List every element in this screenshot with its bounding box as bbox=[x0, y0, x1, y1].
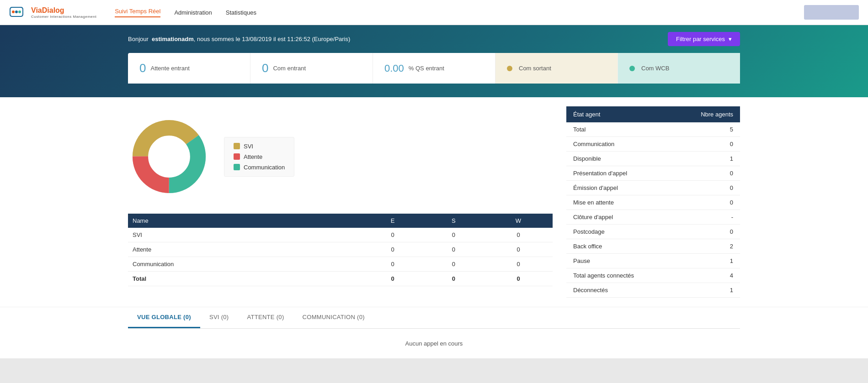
chart-area: SVI Attente Communication bbox=[128, 106, 553, 207]
table-row: Clôture d'appel - bbox=[566, 210, 740, 225]
filter-services-button[interactable]: Filtrer par services ▾ bbox=[668, 32, 740, 46]
stat-com-wcb: Com WCB bbox=[618, 53, 740, 84]
col-w: W bbox=[484, 214, 553, 228]
table-row: Attente 0 0 0 bbox=[128, 242, 553, 257]
donut-svg bbox=[128, 115, 210, 198]
stat-attente-entrant: 0 Attente entrant bbox=[128, 53, 250, 84]
tabs-section: VUE GLOBALE (0)SVI (0)ATTENTE (0)COMMUNI… bbox=[0, 307, 868, 358]
tab-item[interactable]: VUE GLOBALE (0) bbox=[128, 307, 200, 328]
content-grid: SVI Attente Communication Name bbox=[128, 106, 740, 298]
col-s: S bbox=[423, 214, 484, 228]
table-row: Pause 1 bbox=[566, 254, 740, 268]
table-row: Postcodage 0 bbox=[566, 225, 740, 239]
svg-point-2 bbox=[12, 10, 15, 13]
tab-item[interactable]: ATTENTE (0) bbox=[238, 307, 293, 328]
table-row: Mise en attente 0 bbox=[566, 195, 740, 210]
stat-com-entrant: 0 Com entrant bbox=[250, 53, 373, 84]
stat-com-sortant: Com sortant bbox=[495, 53, 618, 84]
attente-entrant-label: Attente entrant bbox=[150, 65, 189, 72]
row-e: 0 bbox=[362, 272, 423, 286]
agent-table-header-row: État agent Nbre agents bbox=[566, 106, 740, 122]
small-table-header-row: Name E S W bbox=[128, 214, 553, 228]
agent-col-value: Nbre agents bbox=[674, 106, 740, 122]
com-sortant-dot bbox=[507, 66, 512, 71]
com-entrant-value: 0 bbox=[262, 61, 268, 75]
main-content: SVI Attente Communication Name bbox=[0, 97, 868, 307]
small-data-table: Name E S W SVI 0 0 0 Attente 0 0 0 Commu… bbox=[128, 214, 553, 286]
table-row: Total 0 0 0 bbox=[128, 272, 553, 286]
row-name: SVI bbox=[128, 228, 362, 242]
row-e: 0 bbox=[362, 257, 423, 272]
com-wcb-label: Com WCB bbox=[641, 65, 669, 72]
tab-item[interactable]: COMMUNICATION (0) bbox=[293, 307, 374, 328]
row-name: Communication bbox=[128, 257, 362, 272]
chevron-down-icon: ▾ bbox=[729, 36, 732, 42]
agent-row-value: 0 bbox=[674, 225, 740, 239]
com-entrant-label: Com entrant bbox=[273, 65, 306, 72]
app-header: ViaDialog Customer Interactions Manageme… bbox=[0, 0, 868, 25]
qs-entrant-label: % QS entrant bbox=[409, 65, 444, 72]
agent-row-label: Back office bbox=[566, 239, 674, 254]
agent-row-label: Pause bbox=[566, 254, 674, 268]
row-w: 0 bbox=[484, 228, 553, 242]
agent-row-label: Présentation d'appel bbox=[566, 166, 674, 181]
row-w: 0 bbox=[484, 272, 553, 286]
greeting-text: Bonjour estimationadm, nous sommes le 13… bbox=[128, 36, 350, 42]
row-e: 0 bbox=[362, 228, 423, 242]
nav-statistiques[interactable]: Statistiques bbox=[226, 9, 256, 16]
row-name: Total bbox=[128, 272, 362, 286]
agent-row-value: 1 bbox=[674, 254, 740, 268]
nav-administration[interactable]: Administration bbox=[174, 9, 212, 16]
agent-row-label: Émission d'appel bbox=[566, 181, 674, 195]
com-wcb-dot bbox=[629, 66, 635, 71]
row-w: 0 bbox=[484, 242, 553, 257]
table-row: Déconnectés 1 bbox=[566, 283, 740, 298]
row-name: Attente bbox=[128, 242, 362, 257]
chart-legend: SVI Attente Communication bbox=[224, 137, 294, 177]
agent-row-value: 5 bbox=[674, 122, 740, 137]
page-banner: Bonjour estimationadm, nous sommes le 13… bbox=[0, 25, 868, 97]
nav-suivi[interactable]: Suivi Temps Réel bbox=[115, 8, 160, 17]
table-row: Présentation d'appel 0 bbox=[566, 166, 740, 181]
table-row: Communication 0 bbox=[566, 137, 740, 152]
main-nav: Suivi Temps Réel Administration Statisti… bbox=[115, 8, 256, 17]
tab-item[interactable]: SVI (0) bbox=[200, 307, 238, 328]
agent-row-value: 2 bbox=[674, 239, 740, 254]
agent-row-value: 1 bbox=[674, 283, 740, 298]
agent-table: État agent Nbre agents Total 5 Communica… bbox=[566, 106, 740, 298]
svg-point-9 bbox=[149, 136, 190, 177]
com-sortant-label: Com sortant bbox=[519, 65, 551, 72]
agent-row-value: 0 bbox=[674, 166, 740, 181]
col-name: Name bbox=[128, 214, 362, 228]
legend-communication: Communication bbox=[234, 164, 285, 171]
agent-col-label: État agent bbox=[566, 106, 674, 122]
legend-svi-label: SVI bbox=[244, 143, 253, 150]
stat-qs-entrant: 0.00 % QS entrant bbox=[373, 53, 495, 84]
agent-row-value: 1 bbox=[674, 152, 740, 166]
legend-communication-color bbox=[234, 164, 240, 170]
left-panel: SVI Attente Communication Name bbox=[128, 106, 553, 298]
agent-row-label: Clôture d'appel bbox=[566, 210, 674, 225]
table-row: Communication 0 0 0 bbox=[128, 257, 553, 272]
table-row: Disponible 1 bbox=[566, 152, 740, 166]
agent-row-value: 0 bbox=[674, 181, 740, 195]
banner-top: Bonjour estimationadm, nous sommes le 13… bbox=[128, 32, 740, 46]
logo-text: ViaDialog bbox=[31, 6, 64, 14]
agent-row-value: 0 bbox=[674, 195, 740, 210]
agent-table-body: Total 5 Communication 0 Disponible 1 Pré… bbox=[566, 122, 740, 298]
row-s: 0 bbox=[423, 257, 484, 272]
legend-svi: SVI bbox=[234, 143, 285, 150]
agent-row-label: Mise en attente bbox=[566, 195, 674, 210]
legend-svi-color bbox=[234, 143, 240, 149]
table-row: Total agents connectés 4 bbox=[566, 268, 740, 283]
small-table-body: SVI 0 0 0 Attente 0 0 0 Communication 0 … bbox=[128, 228, 553, 286]
logo: ViaDialog Customer Interactions Manageme… bbox=[9, 5, 96, 20]
no-calls-message: Aucun appel en cours bbox=[128, 329, 740, 358]
row-w: 0 bbox=[484, 257, 553, 272]
table-row: SVI 0 0 0 bbox=[128, 228, 553, 242]
tabs-bar: VUE GLOBALE (0)SVI (0)ATTENTE (0)COMMUNI… bbox=[128, 307, 740, 329]
viadialog-logo-icon bbox=[9, 5, 28, 20]
table-row: Total 5 bbox=[566, 122, 740, 137]
donut-chart bbox=[128, 115, 210, 198]
row-s: 0 bbox=[423, 242, 484, 257]
